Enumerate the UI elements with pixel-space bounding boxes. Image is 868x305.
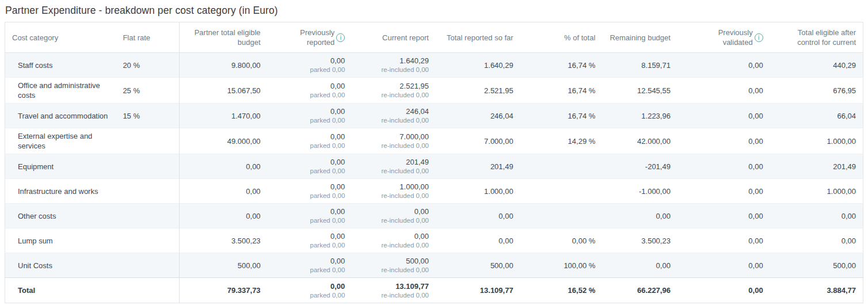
current-report-cell: 246,04 re-included 0,00 (352, 104, 436, 128)
percent-of-total-cell: 0,00 % (520, 228, 603, 253)
flat-rate-cell (115, 228, 180, 253)
remaining-budget-cell: 3.500,23 (602, 228, 677, 253)
cost-category-cell: External expertise and services (5, 128, 115, 154)
flat-rate-cell (115, 179, 180, 204)
total-reported-so-far-cell: 2.521,95 (436, 78, 520, 104)
table-row: Lump sum 3.500,23 0,00 parked 0,00 0,00 … (5, 228, 863, 253)
table-row: Unit Costs 500,00 0,00 parked 0,00 500,0… (5, 253, 863, 278)
current-report-value: 0,00 (359, 207, 429, 216)
col-header-label: Previously validated (710, 28, 753, 47)
total-eligible-after-control-cell: 201,49 (770, 154, 863, 179)
previously-reported-parked-label: parked 0,00 (275, 291, 345, 300)
col-header-label: Previously reported (292, 28, 334, 47)
current-report-reincluded-label: re-included 0,00 (359, 266, 429, 274)
remaining-budget-cell: 8.159,71 (602, 53, 677, 78)
total-reported-so-far-cell: 201,49 (436, 154, 520, 179)
total-eligible-after-control-cell: 440,29 (770, 53, 863, 78)
table-row: External expertise and services 49.000,0… (5, 128, 863, 154)
previously-validated-cell: 0,00 (677, 253, 770, 278)
flat-rate-cell (115, 253, 180, 278)
col-header-total-reported-so-far: Total reported so far (436, 22, 520, 53)
col-header-flat-rate: Flat rate (115, 22, 180, 53)
previously-reported-value: 0,00 (275, 157, 345, 167)
cost-category-cell: Lump sum (5, 228, 115, 253)
partner-total-eligible-budget-cell: 49.000,00 (180, 128, 268, 154)
total-reported-so-far-cell: 13.109,77 (436, 278, 520, 303)
total-eligible-after-control-cell: 676,95 (770, 78, 863, 104)
current-report-cell: 2.521,95 re-included 0,00 (352, 78, 436, 104)
total-reported-so-far-cell: 246,04 (436, 104, 520, 128)
previously-validated-cell: 0,00 (677, 228, 770, 253)
flat-rate-cell (115, 278, 180, 303)
table-row: Travel and accommodation 15 % 1.470,00 0… (5, 104, 863, 128)
current-report-reincluded-label: re-included 0,00 (359, 116, 429, 125)
cost-category-cell: Equipment (5, 154, 115, 179)
current-report-reincluded-label: re-included 0,00 (359, 241, 429, 250)
percent-of-total-cell: 16,74 % (520, 104, 603, 128)
col-header-partner-total-eligible-budget: Partner total eligible budget (180, 22, 268, 53)
current-report-reincluded-label: re-included 0,00 (359, 91, 429, 100)
col-header-label: Total reported so far (447, 33, 513, 42)
previously-reported-cell: 0,00 parked 0,00 (268, 53, 352, 78)
percent-of-total-cell: 16,74 % (520, 53, 603, 78)
current-report-reincluded-label: re-included 0,00 (359, 291, 429, 300)
previously-reported-parked-label: parked 0,00 (275, 216, 345, 225)
previously-reported-value: 0,00 (275, 231, 345, 241)
previously-reported-cell: 0,00 parked 0,00 (268, 128, 352, 154)
previously-reported-cell: 0,00 parked 0,00 (268, 228, 352, 253)
current-report-cell: 500,00 re-included 0,00 (352, 253, 436, 278)
previously-validated-cell: 0,00 (677, 128, 770, 154)
previously-reported-cell: 0,00 parked 0,00 (268, 78, 352, 104)
total-eligible-after-control-cell: 1.000,00 (770, 128, 863, 154)
partner-total-eligible-budget-cell: 79.337,73 (180, 278, 268, 303)
col-header-label: Partner total eligible budget (195, 28, 261, 47)
current-report-cell: 7.000,00 re-included 0,00 (352, 128, 436, 154)
remaining-budget-cell: 0,00 (602, 204, 677, 228)
flat-rate-cell (115, 128, 180, 154)
flat-rate-cell (115, 204, 180, 228)
previously-validated-info-icon[interactable]: i (755, 33, 763, 42)
current-report-value: 201,49 (359, 157, 429, 167)
current-report-reincluded-label: re-included 0,00 (359, 167, 429, 176)
previously-reported-cell: 0,00 parked 0,00 (268, 278, 352, 303)
previously-reported-cell: 0,00 parked 0,00 (268, 154, 352, 179)
previously-reported-value: 0,00 (275, 207, 345, 216)
page-title: Partner Expenditure - breakdown per cost… (5, 5, 863, 17)
partner-total-eligible-budget-cell: 1.470,00 (180, 104, 268, 128)
col-header-label: % of total (564, 33, 595, 42)
previously-reported-value: 0,00 (275, 56, 345, 66)
current-report-reincluded-label: re-included 0,00 (359, 192, 429, 200)
previously-reported-parked-label: parked 0,00 (275, 66, 345, 74)
col-header-remaining-budget: Remaining budget (602, 22, 677, 53)
cost-category-cell: Other costs (5, 204, 115, 228)
flat-rate-cell: 25 % (115, 78, 180, 104)
previously-validated-cell: 0,00 (677, 104, 770, 128)
table-total-row: Total 79.337,73 0,00 parked 0,00 13.109,… (5, 278, 863, 303)
percent-of-total-cell: 16,74 % (520, 78, 603, 104)
previously-reported-parked-label: parked 0,00 (275, 116, 345, 125)
table-row: Staff costs 20 % 9.800,00 0,00 parked 0,… (5, 53, 863, 78)
cost-category-cell: Infrastructure and works (5, 179, 115, 204)
remaining-budget-cell: 12.545,55 (602, 78, 677, 104)
flat-rate-cell: 20 % (115, 53, 180, 78)
partner-total-eligible-budget-cell: 0,00 (180, 154, 268, 179)
col-header-label: Flat rate (123, 33, 150, 42)
percent-of-total-cell (520, 204, 603, 228)
previously-validated-cell: 0,00 (677, 53, 770, 78)
previously-reported-parked-label: parked 0,00 (275, 142, 345, 150)
partner-total-eligible-budget-cell: 0,00 (180, 204, 268, 228)
total-reported-so-far-cell: 0,00 (436, 228, 520, 253)
total-eligible-after-control-cell: 0,00 (770, 204, 863, 228)
previously-validated-cell: 0,00 (677, 154, 770, 179)
col-header-cost-category: Cost category (5, 22, 115, 53)
col-header-total-eligible-after-control: Total eligible after control for current (770, 22, 863, 53)
total-reported-so-far-cell: 1.000,00 (436, 179, 520, 204)
previously-reported-info-icon[interactable]: i (336, 33, 345, 42)
partner-total-eligible-budget-cell: 9.800,00 (180, 53, 268, 78)
remaining-budget-cell: -201,49 (602, 154, 677, 179)
partner-total-eligible-budget-cell: 0,00 (180, 179, 268, 204)
previously-reported-value: 0,00 (275, 132, 345, 142)
table-row: Equipment 0,00 0,00 parked 0,00 201,49 r… (5, 154, 863, 179)
current-report-value: 7.000,00 (359, 132, 429, 142)
table-row: Other costs 0,00 0,00 parked 0,00 0,00 r… (5, 204, 863, 228)
